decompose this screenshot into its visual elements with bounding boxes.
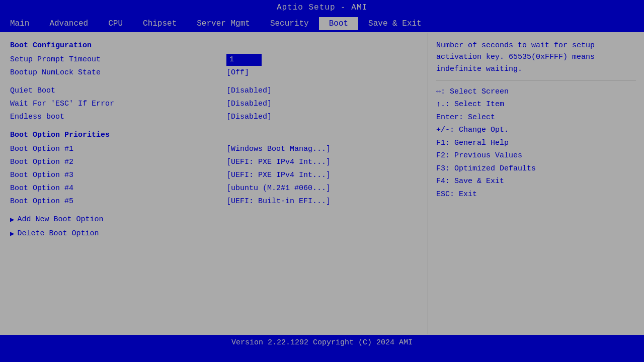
right-panel: Number of seconds to wait for setup acti… bbox=[428, 33, 644, 334]
menu-item-chipset[interactable]: Chipset bbox=[133, 17, 187, 30]
app-title: Aptio Setup - AMI bbox=[277, 3, 367, 12]
config-label: Setup Prompt Timeout bbox=[10, 54, 226, 66]
submenu-arrow-icon: ▶ bbox=[10, 214, 14, 225]
help-description: Number of seconds to wait for setup acti… bbox=[436, 40, 636, 75]
key-help-8: ESC: Exit bbox=[436, 188, 636, 201]
footer: Version 2.22.1292 Copyright (C) 2024 AMI bbox=[0, 334, 644, 350]
priority-label: Boot Option #1 bbox=[10, 143, 226, 155]
priority-row-4[interactable]: Boot Option #5[UEFI: Built-in EFI...] bbox=[10, 196, 418, 208]
priority-label: Boot Option #4 bbox=[10, 183, 226, 195]
priority-row-1[interactable]: Boot Option #2[UEFI: PXE IPv4 Int...] bbox=[10, 156, 418, 168]
content-area: Boot ConfigurationSetup Prompt Timeout1B… bbox=[0, 33, 644, 334]
config-label: Bootup NumLock State bbox=[10, 67, 226, 79]
menu-item-boot[interactable]: Boot bbox=[319, 17, 358, 30]
priority-value: [ubuntu (M.2#1 #060...] bbox=[226, 183, 331, 195]
menu-item-save-&-exit[interactable]: Save & Exit bbox=[358, 17, 432, 30]
priority-label: Boot Option #5 bbox=[10, 196, 226, 208]
priority-value: [Windows Boot Manag...] bbox=[226, 143, 331, 155]
title-bar: Aptio Setup - AMI bbox=[0, 0, 644, 15]
priority-row-0[interactable]: Boot Option #1[Windows Boot Manag...] bbox=[10, 143, 418, 155]
menu-item-advanced[interactable]: Advanced bbox=[39, 17, 98, 30]
priority-value: [UEFI: PXE IPv4 Int...] bbox=[226, 169, 331, 182]
boot-priorities-title: Boot Option Priorities bbox=[10, 129, 418, 141]
submenu-item-0[interactable]: ▶Add New Boot Option bbox=[10, 214, 418, 226]
menu-item-security[interactable]: Security bbox=[260, 17, 319, 30]
menu-item-cpu[interactable]: CPU bbox=[98, 17, 133, 30]
key-help-1: ↑↓: Select Item bbox=[436, 98, 636, 111]
config-row2-0[interactable]: Quiet Boot[Disabled] bbox=[10, 85, 418, 97]
config-label: Endless boot bbox=[10, 111, 226, 123]
left-panel: Boot ConfigurationSetup Prompt Timeout1B… bbox=[0, 33, 428, 334]
boot-config-title: Boot Configuration bbox=[10, 40, 418, 52]
key-help-5: F2: Previous Values bbox=[436, 149, 636, 162]
submenu-label: Delete Boot Option bbox=[17, 228, 99, 240]
submenu-label: Add New Boot Option bbox=[17, 214, 103, 226]
key-help-3: +/-: Change Opt. bbox=[436, 124, 636, 137]
config-value: [Disabled] bbox=[226, 98, 272, 110]
menu-item-main[interactable]: Main bbox=[0, 17, 39, 30]
key-help-7: F4: Save & Exit bbox=[436, 175, 636, 188]
key-help-4: F1: General Help bbox=[436, 137, 636, 150]
config-value: [Disabled] bbox=[226, 85, 272, 97]
config-label: Wait For 'ESC' If Error bbox=[10, 98, 226, 110]
submenu-item-1[interactable]: ▶Delete Boot Option bbox=[10, 228, 418, 240]
menu-bar: MainAdvancedCPUChipsetServer MgmtSecurit… bbox=[0, 15, 644, 33]
priority-row-2[interactable]: Boot Option #3[UEFI: PXE IPv4 Int...] bbox=[10, 169, 418, 182]
priority-label: Boot Option #3 bbox=[10, 169, 226, 182]
key-help-0: ↔: Select Screen bbox=[436, 85, 636, 99]
priority-value: [UEFI: PXE IPv4 Int...] bbox=[226, 156, 331, 168]
key-help-6: F3: Optimized Defaults bbox=[436, 162, 636, 175]
config-row2-2[interactable]: Endless boot[Disabled] bbox=[10, 111, 418, 123]
priority-label: Boot Option #2 bbox=[10, 156, 226, 168]
menu-item-server-mgmt[interactable]: Server Mgmt bbox=[187, 17, 260, 30]
config-value: [Off] bbox=[226, 67, 249, 79]
submenu-arrow-icon: ▶ bbox=[10, 228, 14, 239]
config-row-0[interactable]: Setup Prompt Timeout1 bbox=[10, 54, 418, 66]
config-row-1[interactable]: Bootup NumLock State[Off] bbox=[10, 67, 418, 79]
config-value: 1 bbox=[226, 54, 262, 66]
panel-divider bbox=[436, 80, 636, 80]
config-row2-1[interactable]: Wait For 'ESC' If Error[Disabled] bbox=[10, 98, 418, 110]
config-value: [Disabled] bbox=[226, 111, 272, 123]
config-label: Quiet Boot bbox=[10, 85, 226, 97]
priority-row-3[interactable]: Boot Option #4[ubuntu (M.2#1 #060...] bbox=[10, 183, 418, 195]
key-help-2: Enter: Select bbox=[436, 111, 636, 124]
priority-value: [UEFI: Built-in EFI...] bbox=[226, 196, 331, 208]
footer-text: Version 2.22.1292 Copyright (C) 2024 AMI bbox=[231, 338, 413, 347]
